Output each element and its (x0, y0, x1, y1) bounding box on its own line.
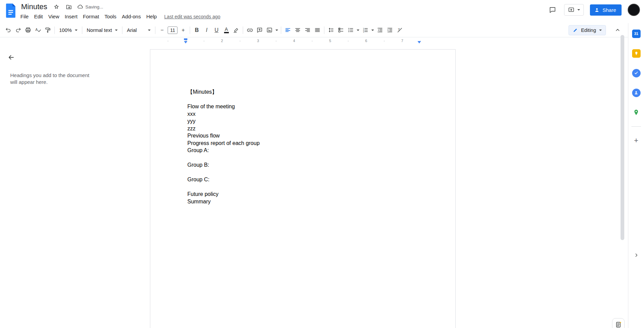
decrease-indent-button[interactable] (375, 25, 385, 35)
present-icon (568, 6, 575, 13)
insert-image-caret-icon[interactable] (274, 25, 279, 35)
svg-text:A: A (35, 28, 38, 32)
checklist-button[interactable] (336, 25, 346, 35)
toolbar-separator (324, 26, 324, 34)
add-addon-button[interactable]: + (630, 135, 642, 146)
explore-icon (615, 321, 622, 328)
mode-caret-icon (599, 30, 602, 31)
toolbar-separator (82, 26, 82, 34)
ruler-tick (384, 41, 385, 41)
doc-line: Group C: (187, 176, 422, 183)
menu-file[interactable]: File (18, 13, 31, 20)
spellcheck-button[interactable]: A (33, 25, 43, 35)
back-arrow-icon (7, 54, 15, 61)
menu-addons[interactable]: Add-ons (119, 13, 143, 20)
ruler-number: 3 (257, 39, 259, 43)
expand-side-panel-button[interactable] (631, 250, 641, 260)
google-maps-icon[interactable] (630, 107, 642, 118)
user-avatar[interactable] (628, 4, 640, 16)
decrease-font-size-button[interactable]: − (157, 25, 167, 35)
print-button[interactable] (23, 25, 33, 35)
insert-image-control (265, 25, 279, 35)
menu-edit[interactable]: Edit (31, 13, 46, 20)
text-color-button[interactable]: A (221, 25, 231, 35)
justify-button[interactable] (312, 25, 322, 35)
side-strip-divider (631, 126, 641, 127)
clear-formatting-button[interactable]: T (395, 25, 405, 35)
google-contacts-icon[interactable] (630, 87, 642, 98)
editing-mode-select[interactable]: Editing (569, 25, 606, 35)
insert-image-button[interactable] (265, 25, 274, 35)
toolbar-separator (281, 26, 281, 34)
undo-button[interactable] (3, 25, 13, 35)
font-value: Arial (127, 28, 137, 33)
increase-indent-button[interactable] (385, 25, 395, 35)
style-caret-icon (115, 30, 118, 31)
menu-format[interactable]: Format (80, 13, 102, 20)
menu-insert[interactable]: Insert (62, 13, 80, 20)
zoom-select[interactable]: 100% (56, 26, 80, 34)
numbered-list-button[interactable]: 123 (360, 25, 370, 35)
redo-button[interactable] (13, 25, 23, 35)
share-button-label: Share (603, 7, 616, 13)
add-comment-button[interactable] (255, 25, 265, 35)
menu-tools[interactable]: Tools (102, 13, 119, 20)
header-right-controls: Share (547, 4, 640, 16)
menu-help[interactable]: Help (143, 13, 159, 20)
ruler-number: 4 (293, 39, 295, 43)
google-tasks-icon[interactable] (630, 67, 642, 79)
numbered-list-control: 123 (360, 25, 375, 35)
numbered-list-caret-icon[interactable] (370, 25, 375, 35)
italic-button[interactable]: I (202, 25, 211, 35)
align-right-button[interactable] (303, 25, 312, 35)
explore-button[interactable] (612, 318, 625, 328)
document-text: 【Minutes】 Flow of the meetingxxxyyyzzzPr… (187, 88, 422, 205)
bullet-list-button[interactable] (346, 25, 356, 35)
ruler-number: 5 (329, 39, 331, 43)
close-outline-button[interactable] (6, 52, 16, 62)
font-select[interactable]: Arial (124, 26, 153, 34)
ruler-tick (168, 41, 168, 41)
last-edit-link[interactable]: Last edit was seconds ago (164, 14, 220, 19)
bullet-list-caret-icon[interactable] (356, 25, 360, 35)
line-spacing-button[interactable] (326, 25, 336, 35)
align-center-button[interactable] (293, 25, 303, 35)
bold-button[interactable]: B (192, 25, 202, 35)
align-left-button[interactable] (283, 25, 293, 35)
doc-line: Flow of the meeting (187, 103, 422, 110)
font-size-input[interactable]: 11 (168, 26, 177, 34)
first-line-indent-marker[interactable] (184, 38, 187, 40)
underline-button[interactable]: U (211, 25, 221, 35)
google-calendar-icon[interactable]: 31 (630, 28, 642, 39)
google-keep-icon[interactable] (630, 48, 642, 59)
ruler-tick (240, 41, 240, 41)
move-folder-icon[interactable] (64, 2, 73, 11)
menu-view[interactable]: View (46, 13, 62, 20)
comment-history-icon[interactable] (547, 4, 558, 15)
collapse-toolbar-button[interactable] (613, 25, 623, 35)
toolbar-separator (54, 26, 55, 34)
document-page[interactable]: 【Minutes】 Flow of the meetingxxxyyyzzzPr… (150, 49, 456, 328)
zoom-value: 100% (59, 28, 72, 33)
present-dropdown-caret-icon (577, 9, 580, 11)
vertical-scrollbar-thumb[interactable] (621, 35, 624, 240)
toolbar-separator (243, 26, 243, 34)
paragraph-style-select[interactable]: Normal text (84, 26, 120, 34)
google-docs-window: Minutes Saving... FileEditViewInsertForm… (0, 0, 644, 328)
left-indent-marker[interactable] (184, 41, 187, 43)
doc-line: Future policy (187, 190, 422, 198)
menu-bar: FileEditViewInsertFormatToolsAdd-onsHelp… (18, 13, 220, 20)
paint-format-button[interactable] (43, 25, 53, 35)
document-title-input[interactable]: Minutes (20, 2, 49, 12)
right-indent-marker[interactable] (418, 41, 421, 43)
header-bar: Minutes Saving... FileEditViewInsertForm… (0, 0, 644, 23)
increase-font-size-button[interactable]: + (178, 25, 188, 35)
share-button[interactable]: Share (590, 4, 622, 16)
ruler-tick (276, 41, 276, 41)
highlight-color-button[interactable] (231, 25, 241, 35)
document-canvas: Headings you add to the document will ap… (0, 45, 628, 328)
star-icon[interactable] (52, 2, 61, 11)
google-docs-logo-icon[interactable] (5, 3, 16, 18)
insert-link-button[interactable] (245, 25, 255, 35)
present-button[interactable] (564, 4, 584, 16)
